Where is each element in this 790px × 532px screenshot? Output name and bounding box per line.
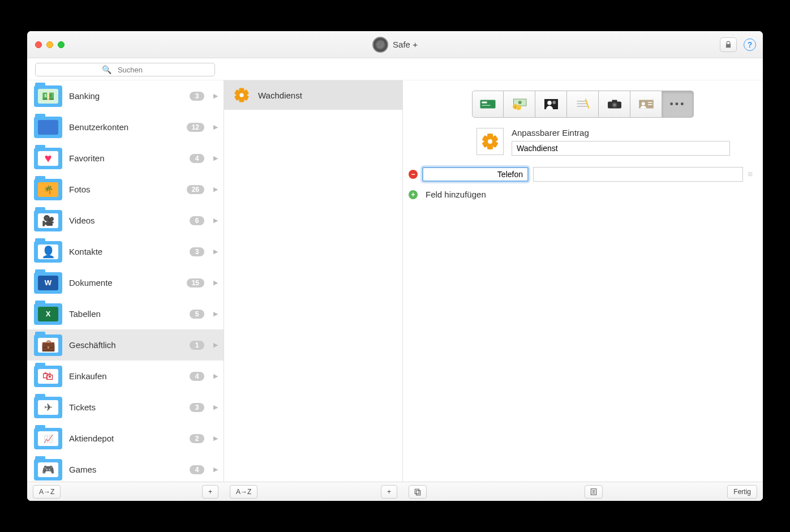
- note-icon: [574, 97, 591, 111]
- entry-type-label: Anpassbarer Eintrag: [512, 128, 752, 138]
- footer-toolbar: A→Z + A→Z + Fertig: [27, 482, 763, 501]
- app-title-text: Safe +: [393, 40, 418, 49]
- app-title: Safe +: [372, 37, 418, 53]
- vault-icon: [372, 37, 388, 53]
- sort-entries-button[interactable]: A→Z: [230, 485, 257, 499]
- help-button[interactable]: ?: [744, 38, 756, 51]
- category-count-badge: 4: [190, 154, 204, 163]
- type-custom-button[interactable]: •••: [662, 91, 694, 118]
- chevron-right-icon: ▶: [213, 92, 218, 100]
- category-count-badge: 12: [187, 123, 204, 132]
- category-label: Tickets: [69, 402, 183, 412]
- svg-point-10: [552, 101, 556, 104]
- type-note-button[interactable]: [567, 91, 599, 118]
- search-icon: 🔍: [102, 65, 111, 74]
- svg-rect-0: [480, 100, 496, 109]
- chevron-right-icon: ▶: [213, 186, 218, 193]
- copy-icon: [414, 488, 422, 496]
- svg-rect-24: [417, 490, 420, 495]
- type-card-button[interactable]: [472, 91, 504, 118]
- category-tables[interactable]: X Tabellen 5 ▶: [27, 298, 224, 329]
- add-category-button[interactable]: +: [202, 485, 218, 499]
- category-stocks[interactable]: 📈 Aktiendepot 2 ▶: [27, 423, 224, 454]
- ellipsis-icon: •••: [670, 98, 686, 110]
- folder-icon: ✈: [34, 397, 62, 418]
- folder-icon: 🌴: [34, 179, 62, 200]
- copy-button[interactable]: [409, 485, 427, 499]
- lock-button[interactable]: [720, 37, 737, 52]
- category-count-badge: 26: [187, 185, 204, 194]
- folder-icon: X: [34, 303, 62, 325]
- add-field-label: Feld hinzufügen: [426, 190, 486, 199]
- category-photos[interactable]: 🌴 Fotos 26 ▶: [27, 174, 224, 205]
- type-contact-button[interactable]: [535, 91, 567, 118]
- minimize-window-button[interactable]: [46, 41, 53, 48]
- category-count-badge: 3: [190, 403, 204, 412]
- chevron-right-icon: ▶: [213, 404, 218, 411]
- done-button[interactable]: Fertig: [727, 485, 757, 499]
- id-card-icon: [638, 97, 655, 111]
- svg-rect-16: [612, 100, 617, 103]
- type-photo-button[interactable]: [599, 91, 630, 118]
- folder-icon: 🛍: [34, 366, 62, 387]
- category-label: Geschäftlich: [69, 340, 183, 350]
- entry-list: Wachdienst: [224, 80, 403, 482]
- category-business[interactable]: 💼 Geschäftlich 1 ▶: [27, 329, 224, 361]
- type-banking-button[interactable]: $: [504, 91, 535, 118]
- category-banking[interactable]: 💵 Banking 3 ▶: [27, 80, 224, 111]
- type-id-button[interactable]: [630, 91, 662, 118]
- chevron-right-icon: ▶: [213, 123, 218, 131]
- field-row: − ≡: [403, 164, 763, 185]
- template-button[interactable]: [585, 485, 603, 499]
- close-window-button[interactable]: [35, 41, 42, 48]
- chevron-right-icon: ▶: [213, 248, 218, 255]
- drag-handle-icon[interactable]: ≡: [748, 169, 752, 179]
- category-label: Einkaufen: [69, 371, 183, 381]
- category-count-badge: 3: [190, 92, 204, 101]
- folder-icon: 📈: [34, 428, 62, 449]
- folder-icon: ♥: [34, 148, 62, 169]
- category-label: Videos: [69, 216, 183, 225]
- add-field-row[interactable]: + Feld hinzufügen: [403, 185, 763, 204]
- entry-item[interactable]: Wachdienst: [224, 80, 402, 110]
- category-count-badge: 3: [190, 247, 204, 256]
- search-input[interactable]: [35, 63, 215, 76]
- chevron-right-icon: ▶: [213, 435, 218, 442]
- entry-name-input[interactable]: [512, 141, 730, 156]
- chevron-right-icon: ▶: [213, 466, 218, 473]
- chevron-right-icon: ▶: [213, 279, 218, 286]
- form-icon: [590, 488, 598, 496]
- sort-categories-button[interactable]: A→Z: [33, 485, 61, 499]
- svg-rect-23: [415, 489, 419, 494]
- folder-icon: 👤: [34, 241, 62, 263]
- chevron-right-icon: ▶: [213, 372, 218, 380]
- category-accounts[interactable]: Benutzerkonten 12 ▶: [27, 111, 224, 143]
- category-count-badge: 1: [190, 341, 204, 350]
- field-label-input[interactable]: [422, 167, 529, 182]
- category-label: Dokumente: [69, 278, 180, 288]
- add-field-button[interactable]: +: [409, 190, 418, 199]
- chevron-right-icon: ▶: [213, 217, 218, 224]
- category-count-badge: 6: [190, 216, 204, 225]
- add-entry-button[interactable]: +: [381, 485, 397, 499]
- svg-point-18: [613, 104, 616, 106]
- category-label: Tabellen: [69, 309, 183, 319]
- remove-field-button[interactable]: −: [409, 170, 418, 179]
- folder-icon: W: [34, 272, 62, 294]
- category-documents[interactable]: W Dokumente 15 ▶: [27, 267, 224, 298]
- category-label: Banking: [69, 91, 183, 101]
- type-toolbar: $ •••: [403, 80, 763, 123]
- category-tickets[interactable]: ✈ Tickets 3 ▶: [27, 392, 224, 423]
- zoom-window-button[interactable]: [58, 41, 65, 48]
- field-value-input[interactable]: [533, 167, 743, 182]
- detail-pane: $ •••: [403, 80, 763, 482]
- category-contacts[interactable]: 👤 Kontakte 3 ▶: [27, 236, 224, 267]
- money-icon: $: [511, 97, 528, 111]
- lock-icon: [724, 41, 732, 49]
- category-videos[interactable]: 🎥 Videos 6 ▶: [27, 205, 224, 236]
- category-games[interactable]: 🎮 Games 4 ▶: [27, 454, 224, 482]
- category-sidebar: 💵 Banking 3 ▶ Benutzerkonten 12 ▶ ♥ Favo…: [27, 80, 224, 482]
- category-favorites[interactable]: ♥ Favoriten 4 ▶: [27, 143, 224, 174]
- category-shopping[interactable]: 🛍 Einkaufen 4 ▶: [27, 361, 224, 392]
- traffic-lights: [27, 41, 65, 48]
